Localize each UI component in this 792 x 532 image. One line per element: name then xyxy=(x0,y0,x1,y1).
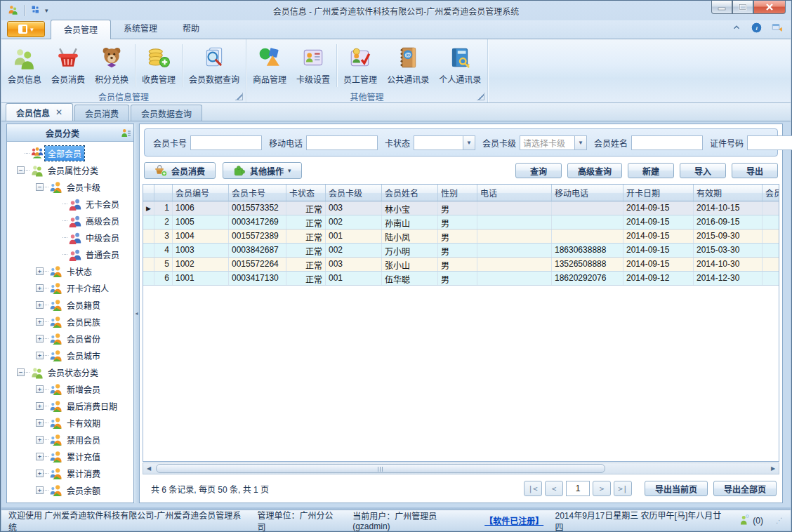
table-row[interactable]: 510020015572264正常003张小山男135265088882014-… xyxy=(143,258,779,272)
ribbon-button-会员数据查询[interactable]: 会员数据查询 xyxy=(184,41,244,90)
tree-item-会员城市[interactable]: +会员城市 xyxy=(7,347,133,364)
button-查询[interactable]: 查询 xyxy=(515,163,562,178)
collapse-icon[interactable]: − xyxy=(17,166,25,174)
table-row[interactable]: 210050003417269正常002孙南山男2014-09-152016-0… xyxy=(143,215,779,230)
tree-item-普通会员[interactable]: 普通会员 xyxy=(7,246,133,262)
tree-item-会员余额[interactable]: +会员余额 xyxy=(7,481,133,498)
page-number-input[interactable] xyxy=(566,481,590,496)
expand-icon[interactable]: + xyxy=(36,318,44,326)
switch-window-icon[interactable] xyxy=(771,21,784,36)
expand-icon[interactable]: + xyxy=(36,436,44,444)
column-header-电话[interactable]: 电话 xyxy=(477,185,552,201)
horizontal-scrollbar[interactable]: ◀ ▶ xyxy=(143,463,779,474)
ribbon-tab-系统管理[interactable]: 系统管理 xyxy=(111,19,170,39)
expand-icon[interactable]: + xyxy=(36,284,44,292)
column-header-会员卡号[interactable]: 会员卡号 xyxy=(229,185,286,201)
tree-item-开卡介绍人[interactable]: +开卡介绍人 xyxy=(7,279,133,296)
ribbon-tab-会员管理[interactable]: 会员管理 xyxy=(51,20,111,39)
table-row[interactable]: 610010003417130正常001伍华聪男186202920762014-… xyxy=(143,272,779,286)
column-header-会员[interactable]: 会员 xyxy=(763,185,779,201)
tree-item-高级会员[interactable]: 高级会员 xyxy=(7,212,133,229)
toolbar-button-会员消费[interactable]: 会员消费 xyxy=(144,162,216,179)
expand-icon[interactable]: + xyxy=(36,352,44,359)
tree-item-禁用会员[interactable]: +禁用会员 xyxy=(7,431,133,448)
tree-item-会员卡级[interactable]: −会员卡级 xyxy=(7,178,133,195)
button-新建[interactable]: 新建 xyxy=(628,163,674,178)
tree-item-会员状态分类[interactable]: −会员状态分类 xyxy=(7,364,133,380)
filter-input-证件号码[interactable] xyxy=(747,135,792,150)
filter-input-会员姓名[interactable] xyxy=(631,135,703,150)
chevron-down-icon[interactable]: ▼ xyxy=(463,136,475,149)
expand-icon[interactable]: + xyxy=(36,453,44,460)
ribbon-button-公共通讯录[interactable]: @公共通讯录 xyxy=(382,41,434,90)
expand-icon[interactable]: + xyxy=(36,402,44,410)
doc-tab-会员信息[interactable]: 会员信息✕ xyxy=(6,103,73,121)
table-row[interactable]: 310040015572389正常001陆小凤男2014-09-152015-0… xyxy=(143,230,779,244)
ribbon-button-收费管理[interactable]: 收费管理 xyxy=(137,41,180,90)
pager-prev-button[interactable]: < xyxy=(545,481,563,496)
ribbon-button-商品管理[interactable]: 商品管理 xyxy=(248,41,291,90)
filter-input-会员卡号[interactable] xyxy=(190,135,262,150)
tree-item-会员省份[interactable]: +会员省份 xyxy=(7,330,133,347)
close-tab-icon[interactable]: ✕ xyxy=(55,107,62,117)
ribbon-button-卡级设置[interactable]: 卡级设置 xyxy=(291,41,335,90)
scroll-right-icon[interactable]: ▶ xyxy=(767,463,779,474)
dialog-launcher-icon[interactable] xyxy=(477,93,484,100)
export-all-pages-button[interactable]: 导出全部页 xyxy=(713,481,777,496)
tree-item-最后消费日期[interactable]: +最后消费日期 xyxy=(7,397,133,414)
doc-tab-会员数据查询[interactable]: 会员数据查询 xyxy=(131,105,202,121)
splitter-handle[interactable]: ◂ xyxy=(134,124,139,503)
expand-icon[interactable]: + xyxy=(36,335,44,343)
close-button[interactable] xyxy=(753,1,786,14)
ribbon-tab-帮助[interactable]: 帮助 xyxy=(170,19,212,39)
table-row[interactable]: ▶110060015573352正常003林小宝男2014-09-152014-… xyxy=(143,201,779,215)
expand-icon[interactable]: + xyxy=(36,267,44,275)
tree-item-会员属性分类[interactable]: −会员属性分类 xyxy=(7,161,133,178)
pager-next-button[interactable]: > xyxy=(593,481,611,496)
maximize-button[interactable] xyxy=(732,1,753,14)
column-header-开卡日期[interactable]: 开卡日期 xyxy=(623,185,694,201)
column-header-移动电话[interactable]: 移动电话 xyxy=(552,185,623,201)
resize-grip[interactable]: ⋰ xyxy=(776,517,784,524)
button-导入[interactable]: 导入 xyxy=(680,163,726,178)
collapse-icon[interactable]: − xyxy=(36,183,44,191)
column-header-性别[interactable]: 性别 xyxy=(438,185,477,201)
dialog-launcher-icon[interactable] xyxy=(235,93,243,100)
expand-icon[interactable]: + xyxy=(36,419,44,427)
expand-icon[interactable]: + xyxy=(36,301,44,309)
registered-link[interactable]: 【软件已注册】 xyxy=(484,514,542,526)
ribbon-button-会员消费[interactable]: 会员消费 xyxy=(46,41,90,90)
column-header-会员卡级[interactable]: 会员卡级 xyxy=(326,185,382,201)
tree-item-卡有效期[interactable]: +卡有效期 xyxy=(7,414,133,431)
toolbar-button-其他操作[interactable]: 其他操作▾ xyxy=(223,162,302,179)
tree-item-会员籍贯[interactable]: +会员籍贯 xyxy=(7,296,133,313)
expand-icon[interactable]: + xyxy=(36,470,44,477)
expand-icon[interactable]: + xyxy=(36,385,44,393)
minimize-button[interactable] xyxy=(711,1,732,14)
tree-item-新增会员[interactable]: +新增会员 xyxy=(7,380,133,397)
doc-tab-会员消费[interactable]: 会员消费 xyxy=(74,105,129,121)
column-header-卡状态[interactable]: 卡状态 xyxy=(286,185,326,201)
app-menu-button[interactable]: ▾ xyxy=(7,21,45,37)
tree-item-累计充值[interactable]: +累计充值 xyxy=(7,448,133,465)
tree-item-中级会员[interactable]: 中级会员 xyxy=(7,229,133,246)
scroll-left-icon[interactable]: ◀ xyxy=(143,463,154,474)
expand-icon[interactable]: + xyxy=(36,486,44,494)
collapse-icon[interactable]: − xyxy=(17,368,25,376)
column-header-会员编号[interactable]: 会员编号 xyxy=(173,185,229,201)
filter-select-会员卡级[interactable]: 请选择卡级 ▼ xyxy=(520,135,587,150)
ribbon-button-员工管理[interactable]: 员工管理 xyxy=(338,41,382,90)
table-row[interactable]: 410030003842687正常002万小明男186306388882014-… xyxy=(143,244,779,258)
ribbon-button-个人通讯录[interactable]: 个人通讯录 xyxy=(434,41,486,90)
ribbon-button-积分兑换[interactable]: 积分兑换 xyxy=(90,41,133,90)
scrollbar-thumb[interactable] xyxy=(156,464,605,473)
column-header-会员姓名[interactable]: 会员姓名 xyxy=(382,185,438,201)
collapse-ribbon-icon[interactable] xyxy=(731,22,742,35)
pager-first-button[interactable]: |< xyxy=(524,481,542,496)
filter-input-移动电话[interactable] xyxy=(306,135,378,150)
ribbon-button-会员信息[interactable]: 会员信息 xyxy=(3,41,46,90)
tree-item-无卡会员[interactable]: 无卡会员 xyxy=(7,195,133,212)
tree-item-累计消费[interactable]: +累计消费 xyxy=(7,465,133,481)
column-header-有效期[interactable]: 有效期 xyxy=(694,185,763,201)
button-高级查询[interactable]: 高级查询 xyxy=(567,163,622,178)
